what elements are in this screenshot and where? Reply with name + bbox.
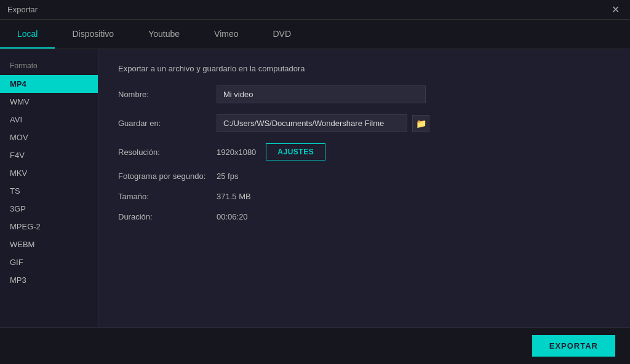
tamano-row: Tamaño: 371.5 MB [118, 192, 610, 201]
format-ts[interactable]: TS [0, 182, 98, 200]
section-description: Exportar a un archivo y guardarlo en la … [118, 64, 610, 73]
nombre-input[interactable] [217, 85, 426, 103]
content-area: Formato MP4 WMV AVI MOV F4V MKV TS 3GP M… [0, 49, 630, 327]
fotograma-value: 25 fps [217, 172, 238, 181]
tab-local[interactable]: Local [0, 20, 55, 49]
format-webm[interactable]: WEBM [0, 235, 98, 253]
fotograma-label: Fotograma por segundo: [118, 172, 217, 181]
tab-youtube[interactable]: Youtube [131, 20, 197, 49]
dialog-title: Exportar [7, 5, 38, 14]
title-bar: Exportar ✕ [0, 0, 630, 20]
path-input[interactable] [217, 114, 407, 132]
tab-bar: Local Dispositivo Youtube Vimeo DVD [0, 20, 630, 49]
guardar-label: Guardar en: [118, 119, 217, 128]
tab-dvd[interactable]: DVD [255, 20, 308, 49]
folder-button[interactable]: 📁 [412, 115, 429, 132]
ajustes-button[interactable]: AJUSTES [266, 143, 325, 160]
format-avi[interactable]: AVI [0, 111, 98, 129]
format-sidebar: Formato MP4 WMV AVI MOV F4V MKV TS 3GP M… [0, 49, 98, 327]
resolucion-label: Resolución: [118, 148, 217, 157]
footer: EXPORTAR [0, 327, 630, 364]
nombre-row: Nombre: [118, 85, 610, 103]
resolucion-row: Resolución: 1920x1080 AJUSTES [118, 143, 610, 160]
duracion-label: Duración: [118, 212, 217, 221]
format-mov[interactable]: MOV [0, 129, 98, 146]
tab-dispositivo[interactable]: Dispositivo [55, 20, 131, 49]
format-gif[interactable]: GIF [0, 253, 98, 271]
format-3gp[interactable]: 3GP [0, 200, 98, 218]
duracion-row: Duración: 00:06:20 [118, 212, 610, 221]
format-mkv[interactable]: MKV [0, 164, 98, 182]
resolution-value-row: 1920x1080 AJUSTES [217, 143, 325, 160]
guardar-row: Guardar en: 📁 [118, 114, 610, 132]
close-button[interactable]: ✕ [608, 2, 623, 17]
format-wmv[interactable]: WMV [0, 93, 98, 111]
tamano-value: 371.5 MB [217, 192, 251, 201]
tamano-label: Tamaño: [118, 192, 217, 201]
format-label: Formato [0, 59, 98, 75]
format-mp3[interactable]: MP3 [0, 271, 98, 289]
export-dialog: Exportar ✕ Local Dispositivo Youtube Vim… [0, 0, 630, 364]
format-mp4[interactable]: MP4 [0, 75, 98, 93]
export-button[interactable]: EXPORTAR [532, 335, 615, 357]
folder-icon: 📁 [416, 119, 426, 129]
nombre-label: Nombre: [118, 90, 217, 99]
resolucion-value: 1920x1080 [217, 148, 256, 157]
duracion-value: 00:06:20 [217, 212, 248, 221]
tab-vimeo[interactable]: Vimeo [197, 20, 255, 49]
format-mpeg2[interactable]: MPEG-2 [0, 218, 98, 235]
main-panel: Exportar a un archivo y guardarlo en la … [98, 49, 630, 327]
format-f4v[interactable]: F4V [0, 146, 98, 164]
fotograma-row: Fotograma por segundo: 25 fps [118, 172, 610, 181]
path-row: 📁 [217, 114, 429, 132]
